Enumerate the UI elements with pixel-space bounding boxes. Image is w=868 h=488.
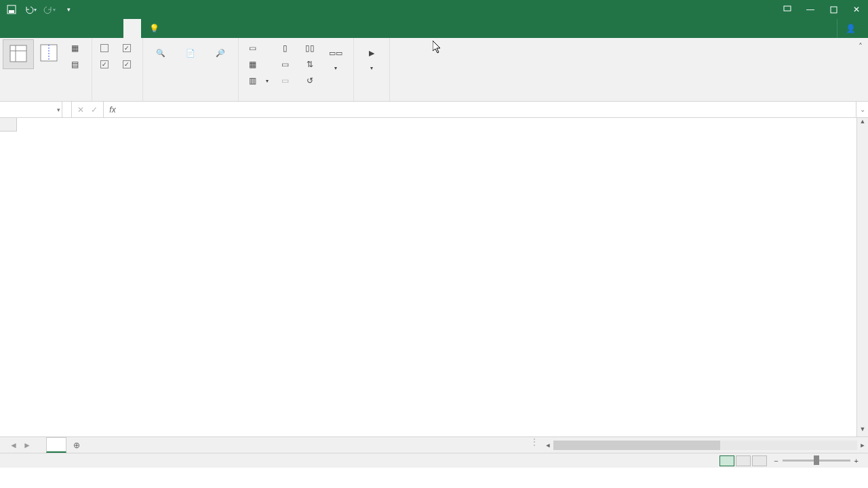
scroll-down-icon[interactable]: ▼ — [857, 426, 868, 436]
group-label — [3, 98, 89, 101]
custom-views-button[interactable]: ▤ — [66, 57, 86, 72]
svg-rect-3 — [831, 7, 837, 13]
collapse-ribbon-icon[interactable]: ˄ — [853, 38, 868, 101]
split-button[interactable]: ▯ — [277, 41, 296, 56]
pagebreak-view-icon — [38, 42, 60, 64]
ruler-checkbox — [98, 41, 115, 56]
minimize-icon[interactable]: — — [799, 0, 822, 19]
tab-view[interactable] — [123, 19, 141, 38]
headings-checkbox[interactable]: ✓ — [120, 57, 137, 72]
maximize-icon[interactable] — [822, 0, 845, 19]
scroll-left-icon[interactable]: ◄ — [542, 442, 553, 449]
freeze-panes-button[interactable]: ▥▾ — [244, 73, 271, 88]
horizontal-scrollbar[interactable]: ◄ ► — [542, 437, 868, 453]
reset-window-button[interactable]: ↺ — [302, 73, 318, 88]
enter-icon: ✓ — [91, 105, 98, 115]
tab-formulas[interactable] — [71, 19, 88, 38]
chevron-down-icon[interactable]: ▾ — [57, 106, 60, 113]
zoom-out-icon[interactable]: − — [774, 457, 778, 465]
cancel-icon: ✕ — [77, 105, 84, 115]
switch-windows-button[interactable]: ▭▭▾ — [321, 39, 351, 74]
pagebreak-shortcut[interactable] — [752, 455, 767, 466]
tab-insert[interactable] — [35, 19, 53, 38]
prev-sheet-icon[interactable]: ◄ — [9, 441, 18, 450]
cells-area[interactable] — [17, 131, 856, 436]
sheet-nav[interactable]: ◄► — [0, 437, 41, 453]
status-bar: − + — [0, 453, 868, 468]
unhide-button: ▭ — [277, 73, 296, 88]
sidebyside-button[interactable]: ▯▯ — [302, 41, 318, 56]
next-sheet-icon[interactable]: ► — [23, 441, 31, 450]
switch-windows-icon: ▭▭ — [325, 42, 347, 64]
hide-button[interactable]: ▭ — [277, 57, 296, 72]
group-label — [241, 98, 351, 101]
zoom-100-icon: 📄 — [180, 42, 201, 64]
zoom-in-icon[interactable]: + — [854, 457, 859, 465]
view-shortcuts — [719, 455, 767, 466]
share-button[interactable]: 👤 — [837, 19, 868, 38]
share-icon: 👤 — [846, 24, 856, 33]
pagelayout-shortcut[interactable] — [736, 455, 751, 466]
add-sheet-icon[interactable]: ⊕ — [66, 437, 87, 453]
lightbulb-icon: 💡 — [149, 24, 159, 33]
vertical-scrollbar[interactable]: ▲ ▼ — [856, 118, 868, 436]
freeze-icon: ▥ — [247, 75, 258, 86]
group-show: ✓ ✓ ✓ — [92, 38, 143, 101]
formula-input[interactable] — [121, 102, 856, 117]
spreadsheet-grid: ▲ ▼ — [0, 118, 868, 436]
formulabar-checkbox[interactable]: ✓ — [120, 41, 137, 56]
normal-view-icon — [7, 43, 29, 64]
save-icon[interactable] — [4, 2, 19, 17]
tell-me[interactable]: 💡 — [141, 19, 163, 38]
tab-data[interactable] — [88, 19, 106, 38]
select-all-corner[interactable] — [0, 118, 17, 131]
pagelayout-icon: ▦ — [69, 43, 80, 54]
normal-view-shortcut[interactable] — [719, 455, 734, 466]
undo-icon[interactable]: ▾ — [23, 2, 38, 17]
new-window-button[interactable]: ▭ — [244, 41, 271, 56]
row-headers — [0, 131, 17, 436]
sync-scroll-icon: ⇅ — [304, 59, 315, 70]
sync-scroll-button[interactable]: ⇅ — [302, 57, 318, 72]
gridlines-checkbox[interactable]: ✓ — [98, 57, 115, 72]
fx-icon[interactable]: fx — [104, 102, 121, 117]
sheet-tab-bar: ◄► ⊕ ⋮ ◄ ► — [0, 436, 868, 453]
svg-rect-2 — [784, 6, 791, 11]
zoom-slider[interactable]: − + — [774, 457, 859, 465]
unhide-icon: ▭ — [279, 75, 290, 86]
group-workbook-views: ▦ ▤ — [0, 38, 92, 101]
tab-start[interactable] — [18, 19, 35, 38]
hide-icon: ▭ — [279, 59, 290, 70]
scroll-up-icon[interactable]: ▲ — [857, 118, 868, 129]
custom-views-icon: ▤ — [69, 59, 80, 70]
qat-customize-icon[interactable]: ▾ — [61, 2, 76, 17]
signin-button[interactable] — [821, 19, 837, 38]
close-icon[interactable]: ✕ — [845, 0, 868, 19]
tab-review[interactable] — [106, 19, 123, 38]
pagelayout-view-button[interactable]: ▦ — [66, 41, 86, 56]
zoom-button[interactable]: 🔍 — [146, 39, 176, 68]
redo-icon[interactable]: ▾ — [42, 2, 57, 17]
scroll-right-icon[interactable]: ► — [857, 442, 868, 449]
tab-file[interactable] — [0, 19, 18, 38]
reset-window-icon: ↺ — [304, 75, 315, 86]
formula-buttons: ✕ ✓ — [72, 102, 104, 117]
zoom-icon: 🔍 — [150, 42, 172, 64]
zoom-selection-button[interactable]: 🔎 — [205, 39, 235, 68]
zoom-100-button[interactable]: 📄 — [176, 39, 205, 68]
sidebyside-icon: ▯▯ — [304, 43, 315, 54]
expand-formula-icon[interactable]: ⌄ — [856, 102, 868, 117]
tab-pagelayout[interactable] — [53, 19, 71, 38]
normal-view-button[interactable] — [3, 39, 34, 69]
arrange-all-button[interactable]: ▦ — [244, 57, 271, 72]
pagebreak-view-button[interactable] — [34, 39, 64, 68]
macros-button[interactable]: ▶▾ — [357, 39, 387, 74]
group-label — [357, 98, 387, 101]
group-label — [95, 98, 140, 101]
sheet-tab[interactable] — [46, 437, 66, 453]
ribbon-options-icon[interactable] — [776, 0, 799, 19]
name-box[interactable]: ▾ — [0, 102, 62, 117]
group-window: ▭ ▦ ▥▾ ▯ ▭ ▭ ▯▯ ⇅ ↺ ▭▭▾ — [239, 38, 354, 101]
window-controls: — ✕ — [776, 0, 868, 19]
arrange-icon: ▦ — [247, 59, 258, 70]
